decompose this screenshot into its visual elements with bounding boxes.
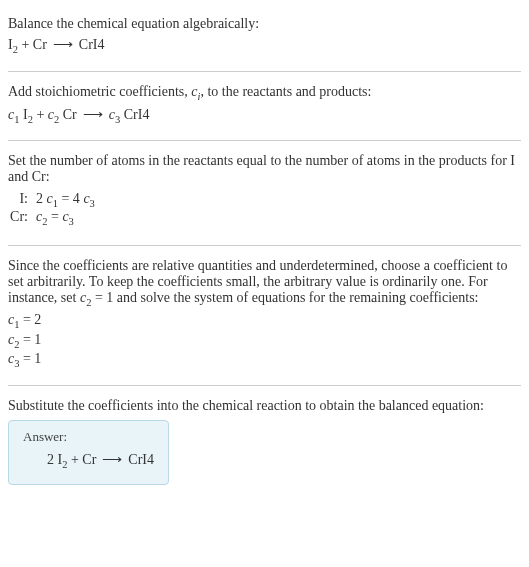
table-row: I: 2 c1 = 4 c3: [8, 191, 521, 209]
coeff-line: c1 = 2: [8, 312, 521, 330]
step-5: Substitute the coefficients into the che…: [8, 390, 521, 493]
c-val: = 1: [19, 351, 41, 366]
element-label-cr: Cr:: [8, 209, 36, 225]
step2-equation: c1 I2 + c2 Cr⟶c3 CrI4: [8, 106, 521, 125]
coeff-line: c3 = 1: [8, 351, 521, 369]
cri4: CrI4: [124, 107, 150, 122]
c-val: = 2: [19, 312, 41, 327]
c3-sub: 3: [69, 216, 74, 227]
equation-cr: c2 = c3: [36, 209, 74, 227]
divider: [8, 385, 521, 386]
c3-sub: 3: [90, 198, 95, 209]
eq-part: 2: [36, 191, 47, 206]
step-1: Balance the chemical equation algebraica…: [8, 8, 521, 67]
balanced-equation: 2 I2 + Cr⟶CrI4: [23, 451, 154, 470]
step2-intro-b: , to the reactants and products:: [200, 84, 371, 99]
arrow-icon: ⟶: [102, 452, 122, 467]
element-label-i: I:: [8, 191, 36, 207]
step2-intro-a: Add stoichiometric coefficients,: [8, 84, 191, 99]
cr: Cr: [82, 452, 96, 467]
divider: [8, 140, 521, 141]
eq-part: =: [47, 209, 62, 224]
equation-i: 2 c1 = 4 c3: [36, 191, 95, 209]
arrow-icon: ⟶: [83, 107, 103, 122]
step3-intro: Set the number of atoms in the reactants…: [8, 153, 521, 185]
product-cri4: CrI4: [79, 37, 105, 52]
eq-part: = 4: [58, 191, 83, 206]
step-3: Set the number of atoms in the reactants…: [8, 145, 521, 241]
coeff-line: c2 = 1: [8, 332, 521, 350]
cri4: CrI4: [128, 452, 154, 467]
divider: [8, 71, 521, 72]
answer-label: Answer:: [23, 429, 154, 445]
cr: Cr: [63, 107, 77, 122]
step-4: Since the coefficients are relative quan…: [8, 250, 521, 381]
plus: +: [33, 107, 48, 122]
step2-intro: Add stoichiometric coefficients, ci, to …: [8, 84, 521, 102]
step-2: Add stoichiometric coefficients, ci, to …: [8, 76, 521, 137]
arrow-icon: ⟶: [53, 37, 73, 52]
answer-box: Answer: 2 I2 + Cr⟶CrI4: [8, 420, 169, 485]
step4-intro: Since the coefficients are relative quan…: [8, 258, 521, 308]
plus: +: [67, 452, 82, 467]
divider: [8, 245, 521, 246]
step1-equation: I2 + Cr⟶CrI4: [8, 36, 521, 55]
c-val: = 1: [19, 332, 41, 347]
plus: +: [18, 37, 33, 52]
step4-intro-b: = 1 and solve the system of equations fo…: [91, 290, 478, 305]
step5-intro: Substitute the coefficients into the che…: [8, 398, 521, 414]
coefficient-solution: c1 = 2 c2 = 1 c3 = 1: [8, 312, 521, 369]
reactant-cr: Cr: [33, 37, 47, 52]
atom-balance-table: I: 2 c1 = 4 c3 Cr: c2 = c3: [8, 191, 521, 227]
table-row: Cr: c2 = c3: [8, 209, 521, 227]
coeff-2: 2: [47, 452, 58, 467]
step1-intro: Balance the chemical equation algebraica…: [8, 16, 521, 32]
